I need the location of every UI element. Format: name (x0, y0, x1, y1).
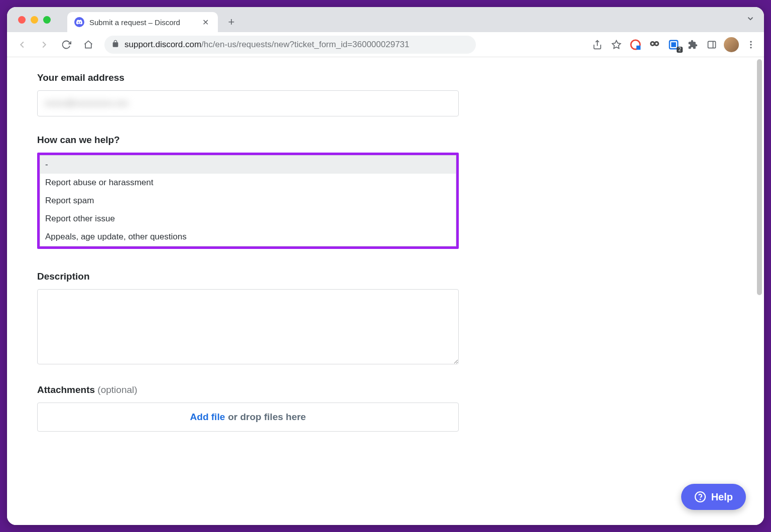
extension-badge: 2 (677, 47, 683, 53)
maximize-window-button[interactable] (43, 16, 51, 24)
new-tab-button[interactable]: + (223, 14, 240, 31)
discord-favicon-icon (74, 17, 84, 27)
toolbar-actions: 2 (590, 37, 758, 52)
scrollbar-thumb[interactable] (757, 59, 762, 295)
help-dropdown[interactable]: - Report abuse or harassment Report spam… (40, 155, 456, 246)
share-button[interactable] (590, 38, 604, 52)
email-group: Your email address xxxxx@xxxxxxxxx.xxx (37, 72, 459, 116)
reload-button[interactable] (57, 36, 75, 54)
side-panel-button[interactable] (705, 38, 719, 52)
email-input[interactable]: xxxxx@xxxxxxxxx.xxx (37, 90, 459, 116)
attachments-dropzone[interactable]: Add file or drop files here (37, 403, 459, 432)
minimize-window-button[interactable] (31, 16, 38, 24)
svg-rect-9 (672, 43, 675, 46)
dropzone-text: or drop files here (228, 412, 306, 423)
profile-avatar[interactable] (724, 37, 739, 52)
svg-point-12 (750, 41, 751, 42)
extension-icon-3[interactable]: 2 (667, 38, 681, 52)
help-option-spam[interactable]: Report spam (40, 192, 456, 210)
svg-rect-10 (708, 41, 716, 48)
close-window-button[interactable] (18, 16, 26, 24)
home-button[interactable] (79, 36, 97, 54)
help-widget-button[interactable]: Help (681, 484, 746, 510)
svg-point-7 (656, 43, 658, 45)
attachments-group: Attachments (optional) Add file or drop … (37, 384, 459, 432)
browser-toolbar: support.discord.com/hc/en-us/requests/ne… (7, 32, 764, 57)
svg-point-6 (652, 43, 654, 45)
tabs-menu-button[interactable] (746, 14, 755, 25)
help-dropdown-highlight: - Report abuse or harassment Report spam… (37, 153, 459, 249)
back-button[interactable] (13, 36, 31, 54)
page-viewport[interactable]: Your email address xxxxx@xxxxxxxxx.xxx H… (7, 57, 764, 525)
tab-title: Submit a request – Discord (89, 18, 195, 27)
browser-window: Submit a request – Discord ✕ + support.d… (7, 7, 764, 525)
extensions-button[interactable] (686, 38, 700, 52)
extension-icon-1[interactable] (628, 38, 642, 52)
chrome-menu-button[interactable] (744, 38, 758, 52)
svg-marker-1 (612, 40, 621, 48)
help-label: How can we help? (37, 135, 459, 146)
address-bar[interactable]: support.discord.com/hc/en-us/requests/ne… (104, 36, 476, 54)
close-tab-button[interactable]: ✕ (200, 17, 211, 28)
bookmark-button[interactable] (609, 38, 623, 52)
help-widget-label: Help (711, 491, 733, 503)
window-controls (18, 16, 51, 24)
svg-point-13 (750, 44, 751, 45)
extension-icon-2[interactable] (648, 38, 662, 52)
add-file-link[interactable]: Add file (190, 412, 225, 423)
attachments-label: Attachments (optional) (37, 384, 459, 395)
request-form: Your email address xxxxx@xxxxxxxxx.xxx H… (7, 57, 489, 480)
help-icon (694, 491, 706, 503)
svg-rect-3 (636, 45, 640, 49)
email-label: Your email address (37, 72, 459, 83)
description-textarea[interactable] (37, 289, 459, 364)
tab-strip: Submit a request – Discord ✕ + (7, 7, 764, 32)
svg-point-16 (700, 499, 700, 500)
browser-tab[interactable]: Submit a request – Discord ✕ (67, 12, 218, 32)
description-group: Description (37, 271, 459, 366)
help-option-abuse[interactable]: Report abuse or harassment (40, 174, 456, 192)
email-value: xxxxx@xxxxxxxxx.xxx (45, 98, 128, 108)
forward-button[interactable] (35, 36, 53, 54)
lock-icon (111, 40, 119, 50)
help-group: How can we help? - Report abuse or haras… (37, 135, 459, 249)
help-option-other[interactable]: Report other issue (40, 210, 456, 228)
url-text: support.discord.com/hc/en-us/requests/ne… (124, 40, 410, 50)
help-option-appeals[interactable]: Appeals, age update, other questions (40, 228, 456, 246)
help-option-placeholder[interactable]: - (40, 156, 456, 174)
svg-point-14 (750, 47, 751, 48)
description-label: Description (37, 271, 459, 282)
